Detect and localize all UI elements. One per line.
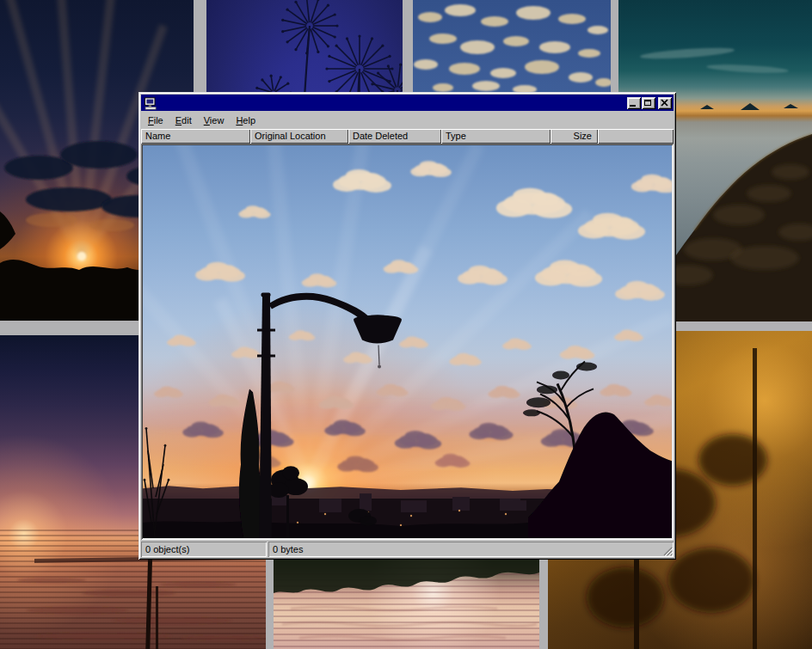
- minimize-button[interactable]: [627, 97, 641, 109]
- column-type[interactable]: Type: [441, 129, 551, 144]
- status-size: 0 bytes: [268, 542, 674, 557]
- column-date-deleted[interactable]: Date Deleted: [348, 129, 441, 144]
- status-objects: 0 object(s): [141, 542, 267, 557]
- viewer-photo-street-lamp-sunset: [143, 145, 672, 538]
- menu-edit[interactable]: Edit: [169, 113, 198, 127]
- list-viewport[interactable]: [141, 144, 674, 540]
- desktop: File Edit View Help Name Original Locati…: [0, 0, 812, 649]
- computer-icon: [144, 97, 157, 110]
- close-button[interactable]: [658, 97, 672, 109]
- status-bar: 0 object(s) 0 bytes: [141, 540, 674, 557]
- column-original-location[interactable]: Original Location: [250, 129, 348, 144]
- menu-help[interactable]: Help: [230, 113, 261, 127]
- menu-bar: File Edit View Help: [141, 111, 674, 129]
- column-headers: Name Original Location Date Deleted Type…: [141, 129, 674, 144]
- menu-view[interactable]: View: [198, 113, 231, 127]
- maximize-icon: [644, 100, 651, 106]
- minimize-icon: [630, 105, 636, 107]
- maximize-button[interactable]: [642, 97, 655, 109]
- titlebar[interactable]: [141, 95, 674, 111]
- menu-file[interactable]: File: [142, 113, 169, 127]
- column-name[interactable]: Name: [141, 129, 250, 144]
- recycle-bin-window: File Edit View Help Name Original Locati…: [138, 92, 676, 560]
- street-lamp-sunset-graphic: [143, 145, 672, 538]
- resize-grip-icon[interactable]: [661, 545, 673, 556]
- column-blank[interactable]: [598, 129, 674, 144]
- column-size[interactable]: Size: [551, 129, 598, 144]
- close-icon: [661, 99, 668, 107]
